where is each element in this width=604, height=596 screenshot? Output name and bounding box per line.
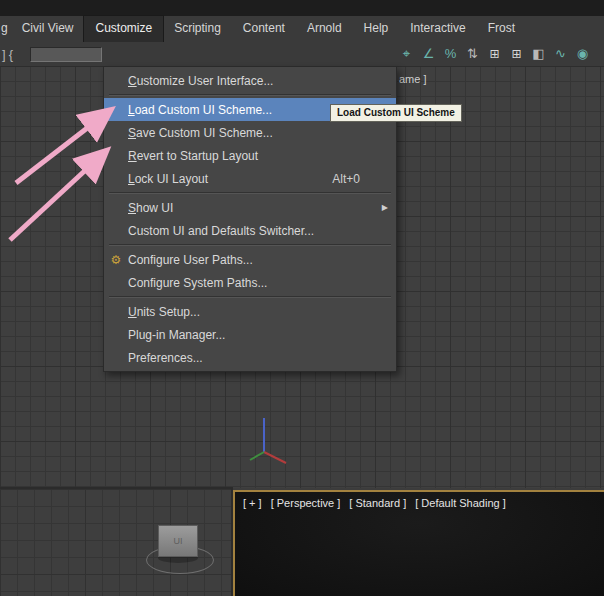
- menu-item-preferences[interactable]: Preferences...: [104, 346, 396, 369]
- menubar-item-interactive[interactable]: Interactive: [399, 16, 476, 42]
- angle-snap-icon[interactable]: ∠: [419, 44, 438, 63]
- menu-item-save-custom-ui-scheme[interactable]: Save Custom UI Scheme...: [104, 121, 396, 144]
- menubar-item-help[interactable]: Help: [353, 16, 400, 42]
- menu-item-label: Preferences...: [128, 351, 360, 365]
- menu-item-label: Lock UI Layout: [128, 172, 332, 186]
- menu-item-label: Configure System Paths...: [128, 276, 360, 290]
- viewport-bottom-left[interactable]: UI: [0, 489, 231, 596]
- menu-separator: [107, 93, 393, 97]
- 3dsmax-window: ame ] UI [ + ] [ Perspective ] [ Standar…: [0, 0, 604, 596]
- viewport-menu-standard[interactable]: [ Standard ]: [349, 497, 406, 509]
- menu-item-label: Show UI: [128, 201, 360, 215]
- partial-icon-a[interactable]: ]: [2, 47, 6, 62]
- box-object[interactable]: UI: [158, 525, 198, 557]
- menubar-item-arnold[interactable]: Arnold: [296, 16, 353, 42]
- menu-item-label: Units Setup...: [128, 305, 360, 319]
- snaps-toggle-icon[interactable]: ⌖: [397, 44, 416, 63]
- material-editor-icon[interactable]: ◉: [573, 44, 592, 63]
- menu-separator: [107, 243, 393, 247]
- submenu-arrow-icon: ▶: [376, 203, 390, 212]
- menu-item-label: Load Custom UI Scheme...: [128, 103, 360, 117]
- menubar-item-content[interactable]: Content: [232, 16, 296, 42]
- menu-separator: [107, 295, 393, 299]
- menubar-item-frost[interactable]: Frost: [477, 16, 526, 42]
- menu-item-label: Revert to Startup Layout: [128, 149, 360, 163]
- window-top-strip: [0, 0, 604, 16]
- menu-separator: [107, 191, 393, 195]
- menu-item-label: Custom UI and Defaults Switcher...: [128, 224, 360, 238]
- tooltip: Load Custom UI Scheme: [330, 104, 462, 122]
- named-selection-field[interactable]: [30, 47, 102, 62]
- menu-item-customize-user-interface[interactable]: Customize User Interface...: [104, 69, 396, 92]
- menubar-item-civil-view[interactable]: Civil View: [11, 16, 85, 42]
- menu-item-plugin-manager[interactable]: Plug-in Manager...: [104, 323, 396, 346]
- scene-explorer-icon[interactable]: ⊞: [485, 44, 504, 63]
- menu-item-custom-ui-and-defaults-switcher[interactable]: Custom UI and Defaults Switcher...: [104, 219, 396, 242]
- menubar-item-partial[interactable]: g: [0, 16, 11, 42]
- toolbar-left-partial-icons: ] {: [0, 42, 13, 66]
- menu-item-label: Save Custom UI Scheme...: [128, 126, 360, 140]
- partial-icon-b[interactable]: {: [9, 47, 13, 62]
- menu-item-revert-to-startup-layout[interactable]: Revert to Startup Layout: [104, 144, 396, 167]
- percent-snap-icon[interactable]: %: [441, 44, 460, 63]
- viewport-top-label-partial[interactable]: ame ]: [399, 73, 427, 85]
- toolbar-right-icons: ⌖ ∠ % ⇅ ⊞ ⊞ ◧ ∿ ◉: [397, 44, 592, 63]
- menu-item-configure-system-paths[interactable]: Configure System Paths...: [104, 271, 396, 294]
- menu-item-units-setup[interactable]: Units Setup...: [104, 300, 396, 323]
- axis-tripod-gizmo: [244, 408, 294, 468]
- menu-item-show-ui[interactable]: Show UI ▶: [104, 196, 396, 219]
- main-toolbar: ] { ⌖ ∠ % ⇅ ⊞ ⊞ ◧ ∿ ◉: [0, 42, 604, 67]
- spinner-snap-icon[interactable]: ⇅: [463, 44, 482, 63]
- menu-item-lock-ui-layout[interactable]: Lock UI Layout Alt+0: [104, 167, 396, 190]
- menubar-item-scripting[interactable]: Scripting: [163, 16, 232, 42]
- configure-paths-icon: ⚙: [104, 253, 128, 267]
- viewport-menu-shading[interactable]: [ Default Shading ]: [415, 497, 506, 509]
- mirror-icon[interactable]: ◧: [529, 44, 548, 63]
- menu-item-label: Configure User Paths...: [128, 253, 360, 267]
- layer-explorer-icon[interactable]: ⊞: [507, 44, 526, 63]
- menu-item-configure-user-paths[interactable]: ⚙ Configure User Paths...: [104, 248, 396, 271]
- viewport-perspective-active[interactable]: [ + ] [ Perspective ] [ Standard ] [ Def…: [233, 490, 604, 596]
- menu-item-label: Plug-in Manager...: [128, 328, 360, 342]
- viewport-label-row: [ + ] [ Perspective ] [ Standard ] [ Def…: [235, 492, 604, 509]
- main-menubar: g Civil View Customize Scripting Content…: [0, 16, 604, 43]
- viewport-splitter-horizontal[interactable]: [0, 487, 233, 489]
- menu-item-label: Customize User Interface...: [128, 74, 360, 88]
- menu-item-shortcut: Alt+0: [332, 172, 360, 186]
- box-object-label: UI: [174, 536, 183, 546]
- menubar-item-customize[interactable]: Customize: [84, 16, 163, 42]
- curve-editor-icon[interactable]: ∿: [551, 44, 570, 63]
- viewport-menu-pov[interactable]: [ Perspective ]: [271, 497, 341, 509]
- viewport-menu-general[interactable]: [ + ]: [243, 497, 262, 509]
